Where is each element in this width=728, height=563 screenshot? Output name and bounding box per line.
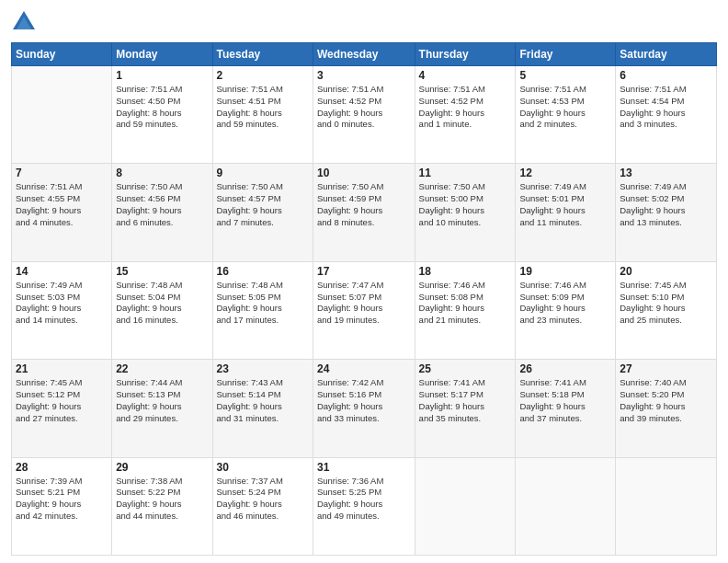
calendar-cell <box>516 457 616 555</box>
day-number: 18 <box>419 265 512 278</box>
day-info: Sunrise: 7:48 AM Sunset: 5:05 PM Dayligh… <box>217 280 309 327</box>
day-info: Sunrise: 7:49 AM Sunset: 5:02 PM Dayligh… <box>620 181 712 228</box>
day-info: Sunrise: 7:39 AM Sunset: 5:21 PM Dayligh… <box>16 476 108 523</box>
day-number: 3 <box>317 69 411 82</box>
calendar-cell: 17Sunrise: 7:47 AM Sunset: 5:07 PM Dayli… <box>313 261 415 359</box>
weekday-header-sunday: Sunday <box>12 43 112 66</box>
day-info: Sunrise: 7:45 AM Sunset: 5:12 PM Dayligh… <box>16 377 108 424</box>
calendar-cell: 28Sunrise: 7:39 AM Sunset: 5:21 PM Dayli… <box>12 457 112 555</box>
weekday-header-friday: Friday <box>516 43 616 66</box>
day-info: Sunrise: 7:51 AM Sunset: 4:54 PM Dayligh… <box>620 84 712 131</box>
calendar-cell: 3Sunrise: 7:51 AM Sunset: 4:52 PM Daylig… <box>313 66 415 164</box>
day-number: 19 <box>519 265 611 278</box>
day-number: 23 <box>217 362 309 375</box>
day-number: 1 <box>116 69 208 82</box>
day-number: 22 <box>116 362 208 375</box>
calendar-cell: 24Sunrise: 7:42 AM Sunset: 5:16 PM Dayli… <box>313 360 415 457</box>
weekday-header-monday: Monday <box>112 43 212 66</box>
calendar-cell: 27Sunrise: 7:40 AM Sunset: 5:20 PM Dayli… <box>616 360 717 457</box>
day-number: 7 <box>16 167 108 179</box>
calendar-cell: 23Sunrise: 7:43 AM Sunset: 5:14 PM Dayli… <box>212 360 313 457</box>
day-number: 9 <box>217 167 309 179</box>
day-info: Sunrise: 7:50 AM Sunset: 5:00 PM Dayligh… <box>419 181 512 228</box>
day-number: 20 <box>620 265 712 278</box>
day-info: Sunrise: 7:37 AM Sunset: 5:24 PM Dayligh… <box>217 476 309 523</box>
calendar-cell: 26Sunrise: 7:41 AM Sunset: 5:18 PM Dayli… <box>516 360 616 457</box>
day-info: Sunrise: 7:51 AM Sunset: 4:52 PM Dayligh… <box>419 84 512 131</box>
day-number: 26 <box>519 362 611 375</box>
calendar-cell: 20Sunrise: 7:45 AM Sunset: 5:10 PM Dayli… <box>616 261 717 359</box>
day-number: 17 <box>317 265 411 278</box>
calendar-cell <box>12 66 112 164</box>
calendar-cell: 29Sunrise: 7:38 AM Sunset: 5:22 PM Dayli… <box>112 457 212 555</box>
calendar-cell: 31Sunrise: 7:36 AM Sunset: 5:25 PM Dayli… <box>313 457 415 555</box>
day-info: Sunrise: 7:51 AM Sunset: 4:53 PM Dayligh… <box>519 84 611 131</box>
calendar-cell: 7Sunrise: 7:51 AM Sunset: 4:55 PM Daylig… <box>12 164 112 261</box>
day-info: Sunrise: 7:42 AM Sunset: 5:16 PM Dayligh… <box>317 377 411 424</box>
day-number: 14 <box>16 265 108 278</box>
week-row-1: 1Sunrise: 7:51 AM Sunset: 4:50 PM Daylig… <box>12 66 717 164</box>
day-number: 31 <box>317 461 411 474</box>
day-number: 4 <box>419 69 512 82</box>
weekday-header-saturday: Saturday <box>616 43 717 66</box>
day-info: Sunrise: 7:47 AM Sunset: 5:07 PM Dayligh… <box>317 280 411 327</box>
calendar-cell: 16Sunrise: 7:48 AM Sunset: 5:05 PM Dayli… <box>212 261 313 359</box>
page-container: SundayMondayTuesdayWednesdayThursdayFrid… <box>0 0 728 563</box>
day-number: 13 <box>620 167 712 179</box>
calendar-cell: 15Sunrise: 7:48 AM Sunset: 5:04 PM Dayli… <box>112 261 212 359</box>
day-info: Sunrise: 7:48 AM Sunset: 5:04 PM Dayligh… <box>116 280 208 327</box>
day-number: 10 <box>317 167 411 179</box>
logo <box>11 9 40 35</box>
day-info: Sunrise: 7:38 AM Sunset: 5:22 PM Dayligh… <box>116 476 208 523</box>
calendar-cell: 10Sunrise: 7:50 AM Sunset: 4:59 PM Dayli… <box>313 164 415 261</box>
day-info: Sunrise: 7:44 AM Sunset: 5:13 PM Dayligh… <box>116 377 208 424</box>
day-number: 5 <box>519 69 611 82</box>
calendar-cell: 9Sunrise: 7:50 AM Sunset: 4:57 PM Daylig… <box>212 164 313 261</box>
calendar-cell: 12Sunrise: 7:49 AM Sunset: 5:01 PM Dayli… <box>516 164 616 261</box>
calendar-cell: 1Sunrise: 7:51 AM Sunset: 4:50 PM Daylig… <box>112 66 212 164</box>
day-number: 24 <box>317 362 411 375</box>
day-number: 15 <box>116 265 208 278</box>
day-info: Sunrise: 7:45 AM Sunset: 5:10 PM Dayligh… <box>620 280 712 327</box>
day-number: 30 <box>217 461 309 474</box>
day-number: 27 <box>620 362 712 375</box>
calendar-table: SundayMondayTuesdayWednesdayThursdayFrid… <box>11 42 717 556</box>
day-info: Sunrise: 7:51 AM Sunset: 4:55 PM Dayligh… <box>16 181 108 228</box>
day-number: 8 <box>116 167 208 179</box>
calendar-cell: 19Sunrise: 7:46 AM Sunset: 5:09 PM Dayli… <box>516 261 616 359</box>
day-info: Sunrise: 7:51 AM Sunset: 4:52 PM Dayligh… <box>317 84 411 131</box>
calendar-cell: 18Sunrise: 7:46 AM Sunset: 5:08 PM Dayli… <box>415 261 516 359</box>
day-info: Sunrise: 7:41 AM Sunset: 5:18 PM Dayligh… <box>519 377 611 424</box>
weekday-header-tuesday: Tuesday <box>212 43 313 66</box>
week-row-4: 21Sunrise: 7:45 AM Sunset: 5:12 PM Dayli… <box>12 360 717 457</box>
day-number: 29 <box>116 461 208 474</box>
header <box>11 9 717 35</box>
calendar-cell: 22Sunrise: 7:44 AM Sunset: 5:13 PM Dayli… <box>112 360 212 457</box>
calendar-cell <box>616 457 717 555</box>
day-number: 12 <box>519 167 611 179</box>
calendar-cell: 30Sunrise: 7:37 AM Sunset: 5:24 PM Dayli… <box>212 457 313 555</box>
calendar-cell: 25Sunrise: 7:41 AM Sunset: 5:17 PM Dayli… <box>415 360 516 457</box>
day-number: 2 <box>217 69 309 82</box>
calendar-cell: 5Sunrise: 7:51 AM Sunset: 4:53 PM Daylig… <box>516 66 616 164</box>
day-number: 28 <box>16 461 108 474</box>
weekday-header-thursday: Thursday <box>415 43 516 66</box>
day-info: Sunrise: 7:49 AM Sunset: 5:01 PM Dayligh… <box>519 181 611 228</box>
calendar-cell: 14Sunrise: 7:49 AM Sunset: 5:03 PM Dayli… <box>12 261 112 359</box>
day-number: 11 <box>419 167 512 179</box>
day-number: 21 <box>16 362 108 375</box>
day-info: Sunrise: 7:46 AM Sunset: 5:08 PM Dayligh… <box>419 280 512 327</box>
calendar-cell: 21Sunrise: 7:45 AM Sunset: 5:12 PM Dayli… <box>12 360 112 457</box>
week-row-5: 28Sunrise: 7:39 AM Sunset: 5:21 PM Dayli… <box>12 457 717 555</box>
day-number: 25 <box>419 362 512 375</box>
week-row-3: 14Sunrise: 7:49 AM Sunset: 5:03 PM Dayli… <box>12 261 717 359</box>
day-info: Sunrise: 7:43 AM Sunset: 5:14 PM Dayligh… <box>217 377 309 424</box>
calendar-cell: 11Sunrise: 7:50 AM Sunset: 5:00 PM Dayli… <box>415 164 516 261</box>
calendar-cell: 6Sunrise: 7:51 AM Sunset: 4:54 PM Daylig… <box>616 66 717 164</box>
day-number: 6 <box>620 69 712 82</box>
day-info: Sunrise: 7:50 AM Sunset: 4:57 PM Dayligh… <box>217 181 309 228</box>
day-number: 16 <box>217 265 309 278</box>
day-info: Sunrise: 7:51 AM Sunset: 4:51 PM Dayligh… <box>217 84 309 131</box>
day-info: Sunrise: 7:49 AM Sunset: 5:03 PM Dayligh… <box>16 280 108 327</box>
day-info: Sunrise: 7:40 AM Sunset: 5:20 PM Dayligh… <box>620 377 712 424</box>
